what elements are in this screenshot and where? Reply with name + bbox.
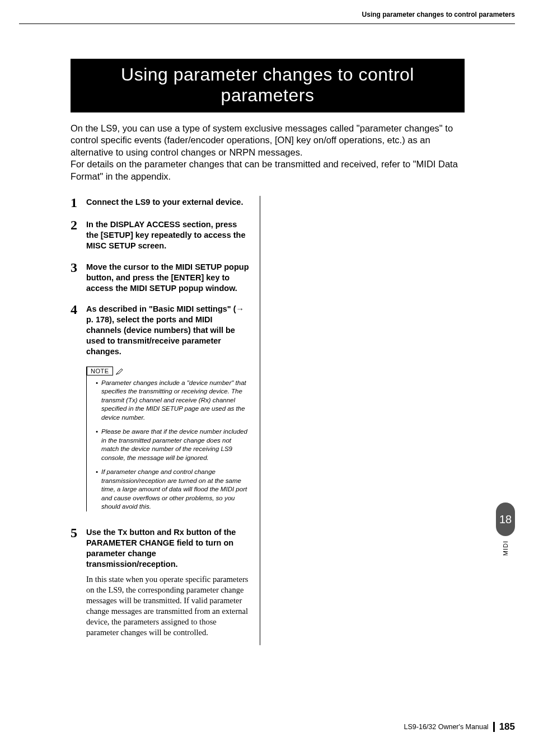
right-column	[276, 196, 465, 645]
step-text: Connect the LS9 to your external device.	[86, 196, 243, 209]
footer-divider	[493, 722, 495, 732]
step-2: 2 In the DISPLAY ACCESS section, press t…	[71, 218, 250, 251]
manual-title: LS9-16/32 Owner's Manual	[404, 723, 489, 731]
step-number: 1	[71, 196, 81, 209]
note-item: Parameter changes include a "device numb…	[96, 379, 250, 422]
intro-paragraph: On the LS9, you can use a type of system…	[71, 123, 465, 182]
step-text: In the DISPLAY ACCESS section, press the…	[86, 218, 250, 251]
note-item: If parameter change and control change t…	[96, 468, 250, 511]
step-4: 4 As described in "Basic MIDI settings" …	[71, 303, 250, 358]
running-header: Using parameter changes to control param…	[362, 11, 515, 18]
step-number: 5	[71, 526, 81, 570]
step-text: As described in "Basic MIDI settings" (→…	[86, 303, 250, 358]
pencil-icon	[115, 367, 123, 375]
note-box: NOTE Parameter changes include a "device…	[86, 367, 250, 511]
step-3: 3 Move the cursor to the MIDI SETUP popu…	[71, 261, 250, 294]
step-number: 3	[71, 261, 81, 294]
chapter-tab: 18 MIDI	[496, 503, 515, 556]
left-column: 1 Connect the LS9 to your external devic…	[71, 196, 260, 645]
note-item: Please be aware that if the device numbe…	[96, 428, 250, 462]
note-label: NOTE	[87, 367, 113, 375]
chapter-label: MIDI	[502, 541, 509, 556]
section-title: Using parameter changes to control param…	[71, 59, 465, 112]
step-number: 4	[71, 303, 81, 358]
step-text: Move the cursor to the MIDI SETUP popup …	[86, 261, 250, 294]
step-5: 5 Use the Tx button and Rx button of the…	[71, 526, 250, 570]
chapter-number-pill: 18	[496, 503, 515, 536]
step-5-body: In this state when you operate specific …	[86, 574, 250, 637]
step-number: 2	[71, 218, 81, 251]
page-number: 185	[499, 721, 515, 732]
page-footer: LS9-16/32 Owner's Manual 185	[404, 721, 515, 732]
step-text: Use the Tx button and Rx button of the P…	[86, 526, 250, 570]
step-1: 1 Connect the LS9 to your external devic…	[71, 196, 250, 209]
